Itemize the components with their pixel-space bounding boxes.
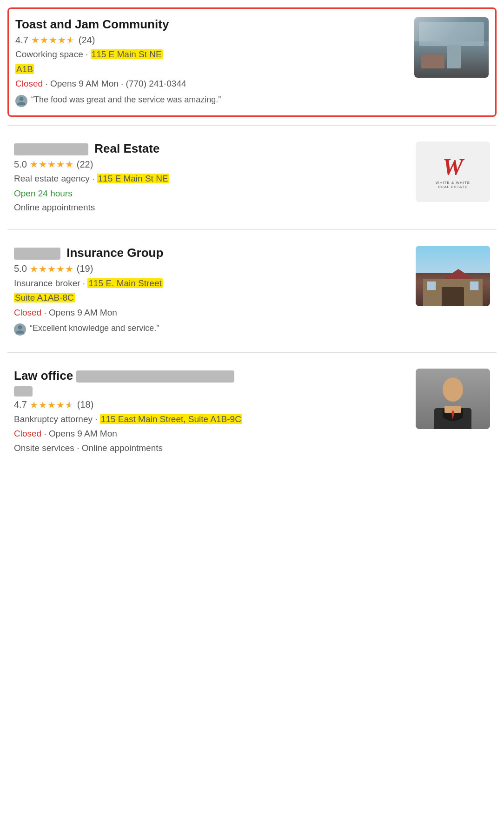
listing-photo xyxy=(416,369,490,429)
category: Bankruptcy attorney xyxy=(14,414,93,424)
blurred-name xyxy=(76,370,234,383)
review-count: (22) xyxy=(77,159,93,170)
listing-card-toast-and-jam[interactable]: Toast and Jam Community 4.7 ★★★★★★ (24) … xyxy=(7,7,497,117)
listing-logo: W WHITE & WHITEREAL ESTATE xyxy=(416,141,490,202)
status-open: Open 24 hours xyxy=(14,188,73,198)
listing-name-suffix: Insurance Group xyxy=(66,246,163,260)
listing-name: Law office xyxy=(14,369,409,383)
listing-card-law-office[interactable]: Law office 4.7 ★★★★★★ (18) Bankruptcy at… xyxy=(7,360,497,461)
listing-card-insurance[interactable]: Insurance Group 5.0 ★★★★★ (19) Insurance… xyxy=(7,237,497,344)
stars: ★★★★★ xyxy=(30,263,74,275)
listing-name-suffix: Real Estate xyxy=(94,141,159,155)
divider-2 xyxy=(7,229,497,230)
review-snippet: “Excellent knowledge and service.” xyxy=(14,323,409,336)
address2-row: A1B xyxy=(15,63,408,76)
rating-value: 4.7 xyxy=(14,399,27,410)
address-highlighted: 115 E Main St NE xyxy=(97,174,169,183)
person-photo xyxy=(416,369,490,429)
address-highlighted: 115 E. Main Street xyxy=(87,278,162,288)
user-icon xyxy=(16,96,27,106)
review-snippet: “The food was great and the service was … xyxy=(15,95,408,107)
user-icon xyxy=(15,324,25,335)
logo-content: W WHITE & WHITEREAL ESTATE xyxy=(436,154,470,189)
category-address: Bankruptcy attorney · 115 East Main Stre… xyxy=(14,413,409,426)
blurred-name xyxy=(14,143,88,155)
status-row: Open 24 hours xyxy=(14,188,409,200)
listing-name: Real Estate xyxy=(14,141,409,156)
status-extra: · Opens 9 AM Mon xyxy=(41,429,117,438)
svg-point-0 xyxy=(443,377,463,402)
rating-row: 4.7 ★★★★★★ (24) xyxy=(15,34,408,46)
listing-info: Law office 4.7 ★★★★★★ (18) Bankruptcy at… xyxy=(14,369,416,453)
status-row: Closed · Opens 9 AM Mon · (770) 241-0344 xyxy=(15,78,408,90)
status-closed: Closed xyxy=(15,79,43,88)
listing-photo xyxy=(414,17,489,78)
rating-value: 4.7 xyxy=(15,35,28,46)
listing-name: Insurance Group xyxy=(14,246,409,260)
status-row: Closed · Opens 9 AM Mon xyxy=(14,307,409,319)
listing-name-text: Law office xyxy=(14,369,76,383)
address-highlighted: 115 E Main St NE xyxy=(91,49,163,59)
rating-row: 4.7 ★★★★★★ (18) xyxy=(14,399,409,410)
review-count: (24) xyxy=(79,35,95,46)
address-highlighted: 115 East Main Street, Suite A1B-9C xyxy=(100,414,242,424)
divider-1 xyxy=(7,125,497,126)
divider-3 xyxy=(7,352,497,353)
address2-highlighted: Suite A1AB-8C xyxy=(14,293,75,302)
status-row: Closed · Opens 9 AM Mon xyxy=(14,428,409,440)
person-svg xyxy=(425,373,481,429)
review-count: (18) xyxy=(77,399,94,410)
rating-row: 5.0 ★★★★★ (19) xyxy=(14,263,409,275)
review-text: “Excellent knowledge and service.” xyxy=(30,323,159,333)
category: Insurance broker xyxy=(14,278,80,288)
address2-row: Suite A1AB-8C xyxy=(14,292,409,304)
stars: ★★★★★ xyxy=(30,159,74,170)
status-extra: · Opens 9 AM Mon xyxy=(41,308,117,317)
address2-highlighted: A1B xyxy=(15,64,34,74)
house-photo xyxy=(416,246,490,306)
extra-info: Online appointments xyxy=(14,202,409,213)
listing-info: Toast and Jam Community 4.7 ★★★★★★ (24) … xyxy=(15,17,414,107)
user-avatar xyxy=(15,95,27,107)
coworking-photo xyxy=(414,17,489,78)
listing-photo xyxy=(416,246,490,306)
rating-value: 5.0 xyxy=(14,159,27,170)
category-address: Insurance broker · 115 E. Main Street xyxy=(14,277,409,290)
listing-name[interactable]: Toast and Jam Community xyxy=(15,17,408,32)
blurred-name xyxy=(14,248,60,260)
review-text: “The food was great and the service was … xyxy=(31,95,221,105)
user-avatar xyxy=(14,323,26,336)
extra-info: Onsite services · Online appointments xyxy=(14,443,409,453)
stars: ★★★★★★ xyxy=(30,399,74,410)
category-address: Real estate agency · 115 E Main St NE xyxy=(14,173,409,185)
status-extra: · Opens 9 AM Mon · (770) 241-0344 xyxy=(43,79,186,88)
rating-row: 5.0 ★★★★★ (22) xyxy=(14,159,409,170)
listing-card-real-estate[interactable]: Real Estate 5.0 ★★★★★ (22) Real estate a… xyxy=(7,133,497,221)
category: Coworking space xyxy=(15,49,83,59)
rating-value: 5.0 xyxy=(14,263,27,274)
category: Real estate agency xyxy=(14,174,90,183)
status-closed: Closed xyxy=(14,308,41,317)
stars: ★★★★★★ xyxy=(31,34,76,46)
listing-info: Real Estate 5.0 ★★★★★ (22) Real estate a… xyxy=(14,141,416,213)
status-closed: Closed xyxy=(14,429,41,438)
blurred-name-2 xyxy=(14,386,33,396)
review-count: (19) xyxy=(77,263,93,274)
listing-info: Insurance Group 5.0 ★★★★★ (19) Insurance… xyxy=(14,246,416,336)
category-address: Coworking space · 115 E Main St NE xyxy=(15,48,408,61)
